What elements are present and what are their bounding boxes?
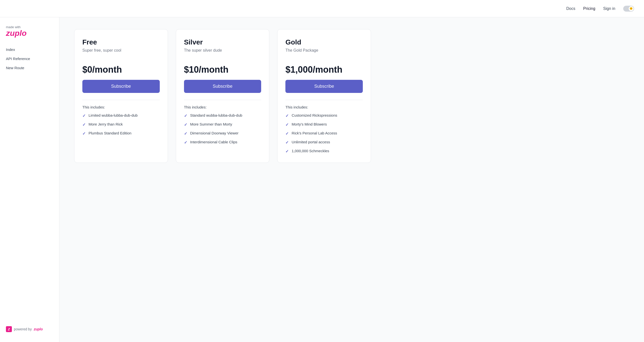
feature-item: ✓ Limited wubba-lubba-dub-dub: [82, 113, 160, 118]
feature-text: More Jerry than Rick: [88, 122, 123, 126]
top-nav: Docs Pricing Sign in 🌞: [0, 0, 644, 17]
feature-text: Plumbus Standard Edition: [88, 131, 131, 135]
theme-toggle[interactable]: 🌞: [623, 6, 634, 11]
pricing-card-silver: Silver The super silver dude $10/month S…: [176, 29, 270, 163]
check-icon: ✓: [286, 113, 288, 118]
theme-toggle-knob: 🌞: [629, 6, 634, 11]
check-icon: ✓: [184, 131, 187, 136]
footer-z-icon: Z: [6, 326, 12, 332]
feature-item: ✓ Interdimensional Cable Clips: [184, 140, 262, 145]
divider: [184, 100, 262, 100]
feature-list: ✓ Limited wubba-lubba-dub-dub ✓ More Jer…: [82, 113, 160, 136]
divider: [286, 100, 363, 100]
pricing-card-free: Free Super free, super cool $0/month Sub…: [74, 29, 168, 163]
sidebar: made with zuplo Index API Reference New …: [0, 17, 59, 342]
plan-name: Gold: [286, 38, 363, 46]
nav-signin[interactable]: Sign in: [603, 6, 615, 11]
check-icon: ✓: [286, 140, 288, 145]
pricing-card-gold: Gold The Gold Package $1,000/month Subsc…: [277, 29, 371, 163]
nav-docs[interactable]: Docs: [566, 6, 575, 11]
logo-area: made with zuplo: [0, 23, 59, 43]
plan-name: Silver: [184, 38, 262, 46]
feature-text: More Summer than Morty: [190, 122, 232, 126]
feature-text: 1,000,000 Schmeckles: [292, 149, 329, 153]
feature-item: ✓ 1,000,000 Schmeckles: [286, 149, 363, 154]
plan-price: $10/month: [184, 64, 262, 75]
subscribe-button[interactable]: Subscribe: [286, 80, 363, 93]
check-icon: ✓: [286, 122, 288, 127]
plan-price: $1,000/month: [286, 64, 363, 75]
includes-label: This includes:: [82, 105, 160, 109]
plan-description: The super silver dude: [184, 48, 262, 53]
plan-name: Free: [82, 38, 160, 46]
sidebar-item-api-reference[interactable]: API Reference: [0, 54, 59, 63]
feature-item: ✓ Customized Rickspressions: [286, 113, 363, 118]
feature-text: Standard wubba-lubba-dub-dub: [190, 113, 242, 117]
plan-description: Super free, super cool: [82, 48, 160, 53]
check-icon: ✓: [82, 113, 86, 118]
sidebar-footer: Z powered by zuplo: [0, 322, 59, 336]
feature-item: ✓ More Jerry than Rick: [82, 122, 160, 127]
feature-item: ✓ Morty's Mind Blowers: [286, 122, 363, 127]
check-icon: ✓: [184, 140, 187, 145]
pricing-grid: Free Super free, super cool $0/month Sub…: [74, 29, 371, 163]
divider: [82, 100, 160, 100]
footer-brand: zuplo: [34, 327, 43, 331]
logo-brand: zuplo: [6, 29, 27, 37]
feature-item: ✓ Standard wubba-lubba-dub-dub: [184, 113, 262, 118]
layout: made with zuplo Index API Reference New …: [0, 17, 644, 342]
includes-label: This includes:: [184, 105, 262, 109]
feature-list: ✓ Standard wubba-lubba-dub-dub ✓ More Su…: [184, 113, 262, 145]
footer-powered-by: powered by: [14, 327, 32, 331]
subscribe-button[interactable]: Subscribe: [82, 80, 160, 93]
check-icon: ✓: [184, 113, 187, 118]
check-icon: ✓: [286, 131, 288, 136]
sidebar-item-new-route[interactable]: New Route: [0, 63, 59, 72]
sidebar-nav: Index API Reference New Route: [0, 43, 59, 322]
check-icon: ✓: [82, 122, 86, 127]
includes-label: This includes:: [286, 105, 363, 109]
feature-item: ✓ More Summer than Morty: [184, 122, 262, 127]
feature-text: Customized Rickspressions: [292, 113, 337, 117]
feature-text: Interdimensional Cable Clips: [190, 140, 238, 144]
main-content: Free Super free, super cool $0/month Sub…: [59, 17, 644, 342]
feature-item: ✓ Plumbus Standard Edition: [82, 131, 160, 136]
sidebar-item-index[interactable]: Index: [0, 45, 59, 54]
feature-list: ✓ Customized Rickspressions ✓ Morty's Mi…: [286, 113, 363, 154]
check-icon: ✓: [184, 122, 187, 127]
feature-text: Dimensional Doorway Viewer: [190, 131, 239, 135]
feature-item: ✓ Dimensional Doorway Viewer: [184, 131, 262, 136]
subscribe-button[interactable]: Subscribe: [184, 80, 262, 93]
feature-text: Morty's Mind Blowers: [292, 122, 327, 126]
feature-text: Limited wubba-lubba-dub-dub: [88, 113, 138, 117]
feature-text: Rick's Personal Lab Access: [292, 131, 337, 135]
feature-item: ✓ Unlimited portal access: [286, 140, 363, 145]
plan-description: The Gold Package: [286, 48, 363, 53]
feature-text: Unlimited portal access: [292, 140, 330, 144]
feature-item: ✓ Rick's Personal Lab Access: [286, 131, 363, 136]
check-icon: ✓: [286, 149, 288, 154]
nav-pricing[interactable]: Pricing: [583, 6, 595, 11]
check-icon: ✓: [82, 131, 86, 136]
plan-price: $0/month: [82, 64, 160, 75]
